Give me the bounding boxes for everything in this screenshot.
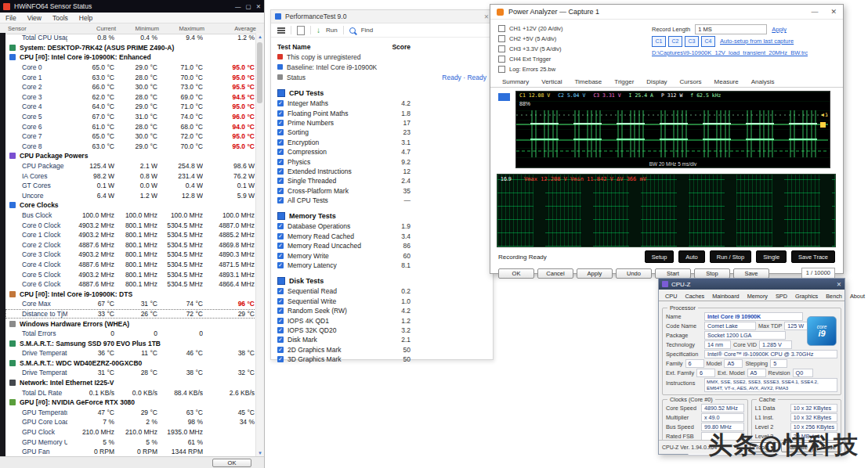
sensor-row[interactable]: GPU Temperature 47 °C 29 °C 63 °C 45 °C: [5, 408, 256, 418]
sensor-row[interactable]: Core 8 63.0 °C 29.0 °C 70.0 °C 95.0 °C: [5, 142, 256, 152]
close-icon[interactable]: ✕: [830, 8, 837, 16]
checkbox-checked-icon[interactable]: [277, 262, 284, 268]
scroll-up-icon[interactable]: ▲: [256, 33, 264, 41]
sensor-row[interactable]: S.M.A.R.T.: Samsung SSD 970 EVO Plus 1TB: [5, 338, 256, 348]
menu-item[interactable]: Help: [74, 14, 98, 22]
checkbox-checked-icon[interactable]: [277, 100, 284, 106]
cpuz-titlebar[interactable]: CPU-Z ✕: [659, 279, 844, 290]
sensor-row[interactable]: S.M.A.R.T.: WDC WD40EZRZ-00GXCB0: [5, 358, 256, 369]
scope-action-button[interactable]: Setup: [645, 250, 675, 263]
checkbox-icon[interactable]: [498, 45, 505, 52]
checkbox-checked-icon[interactable]: [277, 139, 284, 146]
info-row[interactable]: Baseline: Intel Core i9-10900K: [277, 62, 486, 72]
dialog-button[interactable]: Apply: [577, 268, 613, 279]
channel-button[interactable]: C4: [701, 36, 715, 47]
checkbox-checked-icon[interactable]: [277, 253, 284, 259]
checkbox-checked-icon[interactable]: [277, 308, 284, 314]
test-item[interactable]: Single Threaded 2.4: [277, 176, 410, 185]
sensor-row[interactable]: Core 1 Clock 4903.2 MHz 800.1 MHz 5304.5…: [5, 230, 256, 240]
checkbox-checked-icon[interactable]: [277, 149, 284, 155]
checkbox-checked-icon[interactable]: [277, 168, 284, 175]
checkbox-checked-icon[interactable]: [277, 197, 284, 203]
sensor-row[interactable]: CPU Package 125.4 W 2.1 W 254.8 W 98.6 W: [5, 161, 256, 171]
scope-action-button[interactable]: Single: [756, 250, 787, 263]
scope-tab[interactable]: Timebase: [569, 77, 607, 87]
sensor-row[interactable]: GPU Fan 0 RPM 0 RPM 1344 RPM: [5, 447, 256, 457]
sensor-row[interactable]: Core 0 65.0 °C 29.0 °C 71.0 °C 95.0 °C: [5, 63, 256, 73]
test-item[interactable]: Extended Instructions 12: [277, 167, 410, 176]
scope-tab[interactable]: Summary: [497, 77, 534, 87]
cpuz-tab[interactable]: Graphics: [791, 291, 822, 301]
apply-link[interactable]: Apply: [772, 26, 787, 33]
checkbox-icon[interactable]: [498, 66, 505, 73]
cpuz-tab[interactable]: CPU: [661, 291, 681, 301]
col-minimum[interactable]: Minimum: [116, 25, 159, 32]
checkbox-checked-icon[interactable]: [277, 243, 284, 249]
checkbox-checked-icon[interactable]: [277, 347, 284, 353]
test-item[interactable]: Floating Point Maths 1.8: [277, 108, 410, 117]
test-item[interactable]: Sequential Write 1.0: [277, 297, 410, 306]
group-header-disk[interactable]: Disk Tests: [277, 275, 486, 286]
record-length-input[interactable]: 1 MS: [695, 24, 767, 34]
sensor-row[interactable]: Windows Hardware Errors (WHEA): [5, 319, 256, 329]
test-item[interactable]: 2D Graphics Mark 50: [277, 345, 410, 355]
menu-item[interactable]: File: [0, 14, 22, 22]
info-row[interactable]: This copy is unregistered: [277, 52, 486, 62]
test-item[interactable]: Sorting 23: [277, 128, 410, 137]
menu-item[interactable]: View: [22, 14, 47, 22]
test-item[interactable]: Cross-Platform Mark 35: [277, 186, 410, 196]
col-sensor[interactable]: Sensor: [8, 25, 69, 32]
test-item[interactable]: All CPU Tests —: [277, 196, 410, 205]
channel-check-row[interactable]: CH3 +3.3V (5 A/div): [498, 44, 652, 54]
minimize-icon[interactable]: —: [235, 3, 241, 10]
test-item[interactable]: Integer Maths 4.2: [277, 99, 410, 108]
search-icon[interactable]: [349, 27, 356, 34]
ok-button[interactable]: OK: [212, 459, 251, 467]
col-current[interactable]: Current: [69, 25, 116, 32]
test-item[interactable]: Memory Latency 8.1: [277, 261, 410, 270]
minimize-icon[interactable]: —: [811, 8, 818, 16]
sensor-row[interactable]: System: DESKTOP-7RK42 (ASUS PRIME Z490-A…: [5, 43, 256, 53]
checkbox-checked-icon[interactable]: [277, 356, 284, 362]
checkbox-checked-icon[interactable]: [277, 318, 284, 324]
sensor-row[interactable]: Drive Temperature 36 °C 11 °C 46 °C 38 °…: [5, 348, 256, 358]
run-tests-icon[interactable]: ↓: [316, 27, 320, 34]
cpuz-tab[interactable]: Mainboard: [708, 291, 743, 301]
test-item[interactable]: Compression 4.7: [277, 147, 410, 157]
waveform-panel-2[interactable]: 16.9 Vmax 12.208 V Vmin 11.842 V ΔV 366 …: [497, 174, 836, 247]
test-item[interactable]: Random Seek (RW) 4.2: [277, 306, 410, 315]
run-label[interactable]: Run: [326, 27, 338, 34]
sensor-row[interactable]: Network: Intel Ethernet I225-V: [5, 378, 256, 388]
test-item[interactable]: IOPS 32K QD20 3.2: [277, 326, 410, 335]
channel-check-row[interactable]: Log: Errors 25.bw: [498, 64, 652, 74]
benchmark-titlebar[interactable]: PerformanceTest 9.0 ✕: [271, 10, 493, 23]
find-label[interactable]: Find: [361, 27, 374, 34]
waveform-panel-1[interactable]: C1 12.08 VC2 5.04 VC3 3.31 VI 25.4 AP 31…: [515, 91, 830, 168]
sensor-row[interactable]: Core 2 66.0 °C 30.0 °C 73.0 °C 95.5 °C: [5, 82, 256, 92]
sensor-row[interactable]: Core 3 Clock 4903.2 MHz 800.1 MHz 5304.5…: [5, 250, 256, 260]
checkbox-checked-icon[interactable]: [277, 178, 284, 184]
channel-button[interactable]: C3: [685, 36, 699, 47]
test-item[interactable]: Encryption 3.1: [277, 138, 410, 147]
checkbox-checked-icon[interactable]: [277, 288, 284, 294]
group-header-memory[interactable]: Memory Tests: [277, 211, 486, 221]
sensor-row[interactable]: Total CPU Usage 0.8 % 0.4 % 9.4 % 1.2 %: [5, 33, 256, 43]
sensor-row[interactable]: CPU Package Powers: [5, 151, 256, 161]
sensor-row[interactable]: Uncore 6.4 W 1.2 W 12.8 W 5.9 W: [5, 191, 256, 201]
checkbox-checked-icon[interactable]: [277, 159, 284, 165]
close-icon[interactable]: ✕: [484, 13, 489, 20]
checkbox-checked-icon[interactable]: [277, 120, 284, 126]
sensor-row[interactable]: Core 4 Clock 4887.6 MHz 800.1 MHz 5304.5…: [5, 260, 256, 270]
dialog-button[interactable]: Start: [655, 268, 691, 279]
sensor-row[interactable]: Core 1 63.0 °C 28.0 °C 70.0 °C 95.0 °C: [5, 72, 256, 82]
scope-action-button[interactable]: Save Trace: [791, 250, 835, 263]
sensor-row[interactable]: Core 5 Clock 4903.2 MHz 800.1 MHz 5304.5…: [5, 269, 256, 279]
checkbox-checked-icon[interactable]: [277, 188, 284, 194]
sensor-row[interactable]: Bus Clock 100.0 MHz 100.0 MHz 100.0 MHz …: [5, 211, 256, 221]
test-item[interactable]: Database Operations 1.9: [277, 221, 410, 231]
channel1-legend-swatch[interactable]: [498, 93, 510, 101]
test-item[interactable]: Memory Read Uncached 86: [277, 241, 410, 250]
trace-file-link[interactable]: D:\Captures\i9-10900K_12V_load_transient…: [652, 49, 808, 56]
cpuz-tab[interactable]: About: [846, 291, 868, 301]
test-item[interactable]: 3D Graphics Mark 50: [277, 355, 410, 364]
